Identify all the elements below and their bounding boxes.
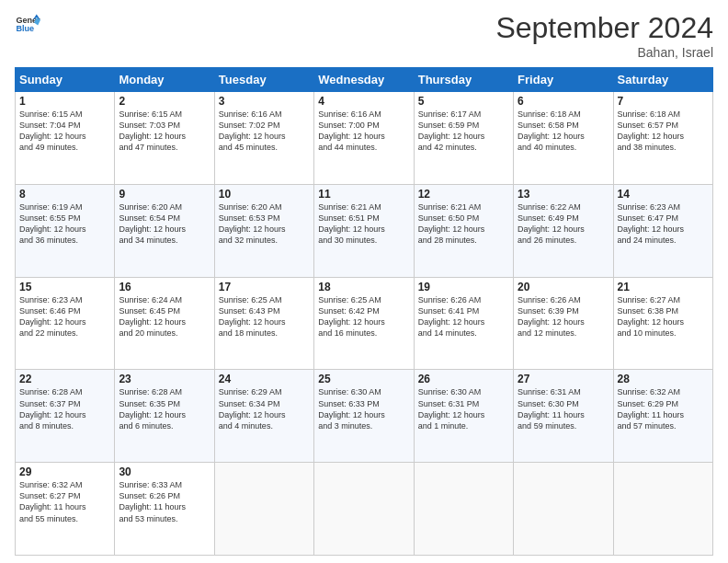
day-info: Sunrise: 6:28 AMSunset: 6:35 PMDaylight:… xyxy=(119,386,210,431)
calendar-week-5: 29Sunrise: 6:32 AMSunset: 6:27 PMDayligh… xyxy=(16,463,713,556)
table-row xyxy=(414,463,513,556)
table-row: 18Sunrise: 6:25 AMSunset: 6:42 PMDayligh… xyxy=(314,277,414,370)
header-sunday: Sunday xyxy=(16,68,115,92)
day-number: 26 xyxy=(418,373,509,385)
table-row xyxy=(314,463,414,556)
header-tuesday: Tuesday xyxy=(214,68,313,92)
header-wednesday: Wednesday xyxy=(314,68,414,92)
day-info: Sunrise: 6:21 AMSunset: 6:51 PMDaylight:… xyxy=(318,201,409,247)
table-row: 16Sunrise: 6:24 AMSunset: 6:45 PMDayligh… xyxy=(115,277,214,370)
svg-text:Blue: Blue xyxy=(16,24,34,33)
day-info: Sunrise: 6:18 AMSunset: 6:58 PMDaylight:… xyxy=(518,109,609,154)
day-info: Sunrise: 6:18 AMSunset: 6:57 PMDaylight:… xyxy=(618,109,709,154)
day-number: 15 xyxy=(19,281,110,293)
day-info: Sunrise: 6:32 AMSunset: 6:29 PMDaylight:… xyxy=(618,386,709,431)
day-number: 29 xyxy=(19,465,110,478)
day-info: Sunrise: 6:26 AMSunset: 6:39 PMDaylight:… xyxy=(518,294,609,339)
day-info: Sunrise: 6:31 AMSunset: 6:30 PMDaylight:… xyxy=(518,386,609,431)
day-number: 4 xyxy=(318,95,409,108)
day-number: 17 xyxy=(219,281,310,293)
day-info: Sunrise: 6:33 AMSunset: 6:26 PMDaylight:… xyxy=(119,479,210,524)
day-info: Sunrise: 6:25 AMSunset: 6:42 PMDaylight:… xyxy=(318,294,409,339)
day-number: 21 xyxy=(618,281,709,293)
day-number: 3 xyxy=(219,95,310,108)
table-row: 24Sunrise: 6:29 AMSunset: 6:34 PMDayligh… xyxy=(214,370,313,463)
table-row: 13Sunrise: 6:22 AMSunset: 6:49 PMDayligh… xyxy=(514,184,613,277)
table-row: 21Sunrise: 6:27 AMSunset: 6:38 PMDayligh… xyxy=(613,277,712,370)
day-info: Sunrise: 6:16 AMSunset: 7:00 PMDaylight:… xyxy=(318,109,409,154)
table-row: 29Sunrise: 6:32 AMSunset: 6:27 PMDayligh… xyxy=(16,463,115,556)
calendar-header-row: Sunday Monday Tuesday Wednesday Thursday… xyxy=(16,68,713,92)
table-row: 27Sunrise: 6:31 AMSunset: 6:30 PMDayligh… xyxy=(514,370,613,463)
table-row: 23Sunrise: 6:28 AMSunset: 6:35 PMDayligh… xyxy=(115,370,214,463)
table-row: 22Sunrise: 6:28 AMSunset: 6:37 PMDayligh… xyxy=(16,370,115,463)
day-number: 13 xyxy=(518,188,609,201)
table-row: 9Sunrise: 6:20 AMSunset: 6:54 PMDaylight… xyxy=(115,184,214,277)
table-row: 11Sunrise: 6:21 AMSunset: 6:51 PMDayligh… xyxy=(314,184,414,277)
table-row: 12Sunrise: 6:21 AMSunset: 6:50 PMDayligh… xyxy=(414,184,513,277)
day-info: Sunrise: 6:16 AMSunset: 7:02 PMDaylight:… xyxy=(219,109,310,154)
table-row: 1Sunrise: 6:15 AMSunset: 7:04 PMDaylight… xyxy=(16,92,115,185)
day-number: 28 xyxy=(618,373,709,385)
day-info: Sunrise: 6:24 AMSunset: 6:45 PMDaylight:… xyxy=(119,294,210,339)
table-row: 30Sunrise: 6:33 AMSunset: 6:26 PMDayligh… xyxy=(115,463,214,556)
table-row xyxy=(514,463,613,556)
day-info: Sunrise: 6:28 AMSunset: 6:37 PMDaylight:… xyxy=(19,386,110,431)
day-number: 27 xyxy=(518,373,609,385)
day-info: Sunrise: 6:23 AMSunset: 6:46 PMDaylight:… xyxy=(19,294,110,339)
day-info: Sunrise: 6:20 AMSunset: 6:53 PMDaylight:… xyxy=(219,201,310,247)
day-number: 20 xyxy=(518,281,609,293)
day-info: Sunrise: 6:26 AMSunset: 6:41 PMDaylight:… xyxy=(418,294,509,339)
day-info: Sunrise: 6:23 AMSunset: 6:47 PMDaylight:… xyxy=(618,201,709,247)
table-row xyxy=(214,463,313,556)
table-row xyxy=(613,463,712,556)
header-saturday: Saturday xyxy=(613,68,712,92)
table-row: 19Sunrise: 6:26 AMSunset: 6:41 PMDayligh… xyxy=(414,277,513,370)
day-number: 12 xyxy=(418,188,509,201)
header-thursday: Thursday xyxy=(414,68,513,92)
day-info: Sunrise: 6:27 AMSunset: 6:38 PMDaylight:… xyxy=(618,294,709,339)
table-row: 15Sunrise: 6:23 AMSunset: 6:46 PMDayligh… xyxy=(16,277,115,370)
header-friday: Friday xyxy=(514,68,613,92)
table-row: 10Sunrise: 6:20 AMSunset: 6:53 PMDayligh… xyxy=(214,184,313,277)
table-row: 4Sunrise: 6:16 AMSunset: 7:00 PMDaylight… xyxy=(314,92,414,185)
calendar-week-2: 8Sunrise: 6:19 AMSunset: 6:55 PMDaylight… xyxy=(16,184,713,277)
day-info: Sunrise: 6:29 AMSunset: 6:34 PMDaylight:… xyxy=(219,386,310,431)
day-number: 6 xyxy=(518,95,609,108)
day-info: Sunrise: 6:19 AMSunset: 6:55 PMDaylight:… xyxy=(19,201,110,247)
calendar-week-1: 1Sunrise: 6:15 AMSunset: 7:04 PMDaylight… xyxy=(16,92,713,185)
table-row: 7Sunrise: 6:18 AMSunset: 6:57 PMDaylight… xyxy=(613,92,712,185)
day-info: Sunrise: 6:22 AMSunset: 6:49 PMDaylight:… xyxy=(518,201,609,247)
header-monday: Monday xyxy=(115,68,214,92)
header: General Blue September 2024 Bahan, Israe… xyxy=(15,11,713,60)
day-info: Sunrise: 6:15 AMSunset: 7:03 PMDaylight:… xyxy=(119,109,210,154)
day-number: 8 xyxy=(19,188,110,201)
table-row: 17Sunrise: 6:25 AMSunset: 6:43 PMDayligh… xyxy=(214,277,313,370)
calendar-week-4: 22Sunrise: 6:28 AMSunset: 6:37 PMDayligh… xyxy=(16,370,713,463)
day-info: Sunrise: 6:30 AMSunset: 6:31 PMDaylight:… xyxy=(418,386,509,431)
day-number: 5 xyxy=(418,95,509,108)
table-row: 14Sunrise: 6:23 AMSunset: 6:47 PMDayligh… xyxy=(613,184,712,277)
month-title: September 2024 xyxy=(495,11,713,45)
day-number: 7 xyxy=(618,95,709,108)
day-number: 19 xyxy=(418,281,509,293)
table-row: 20Sunrise: 6:26 AMSunset: 6:39 PMDayligh… xyxy=(514,277,613,370)
day-number: 11 xyxy=(318,188,409,201)
calendar-week-3: 15Sunrise: 6:23 AMSunset: 6:46 PMDayligh… xyxy=(16,277,713,370)
page: General Blue September 2024 Bahan, Israe… xyxy=(0,0,728,563)
day-number: 22 xyxy=(19,373,110,385)
day-info: Sunrise: 6:17 AMSunset: 6:59 PMDaylight:… xyxy=(418,109,509,154)
day-number: 2 xyxy=(119,95,210,108)
calendar-table: Sunday Monday Tuesday Wednesday Thursday… xyxy=(15,67,713,556)
table-row: 3Sunrise: 6:16 AMSunset: 7:02 PMDaylight… xyxy=(214,92,313,185)
day-number: 9 xyxy=(119,188,210,201)
table-row: 5Sunrise: 6:17 AMSunset: 6:59 PMDaylight… xyxy=(414,92,513,185)
day-number: 25 xyxy=(318,373,409,385)
day-number: 16 xyxy=(119,281,210,293)
day-number: 10 xyxy=(219,188,310,201)
day-number: 30 xyxy=(119,465,210,478)
day-info: Sunrise: 6:21 AMSunset: 6:50 PMDaylight:… xyxy=(418,201,509,247)
day-info: Sunrise: 6:25 AMSunset: 6:43 PMDaylight:… xyxy=(219,294,310,339)
day-info: Sunrise: 6:20 AMSunset: 6:54 PMDaylight:… xyxy=(119,201,210,247)
title-block: September 2024 Bahan, Israel xyxy=(495,11,713,60)
